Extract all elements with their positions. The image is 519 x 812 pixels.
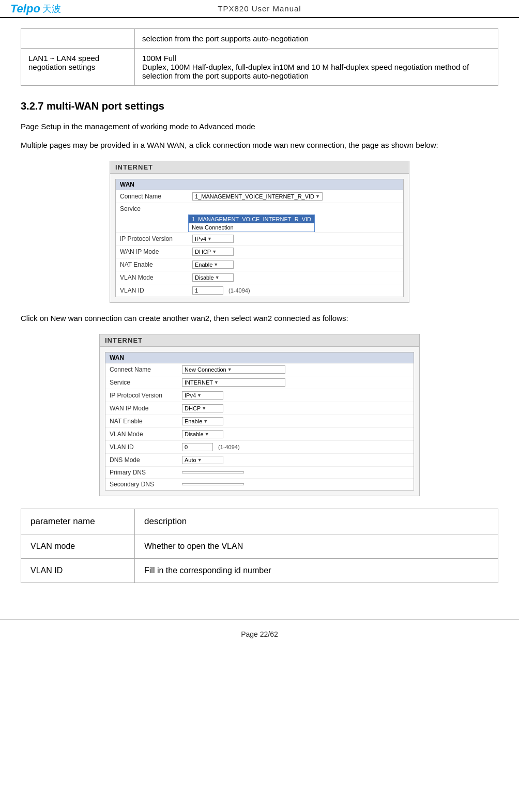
param-label-vlan-mode: VLAN mode xyxy=(21,534,135,559)
lan-speed-line2: Duplex, 100M Half-duplex, full-duplex in… xyxy=(142,63,491,80)
ss2-wan-ip-mode-arrow: ▼ xyxy=(202,406,206,411)
ss2-input-primary-dns[interactable] xyxy=(182,471,244,473)
ss1-ip-protocol-arrow: ▼ xyxy=(207,236,212,241)
screenshot-1: INTERNET WAN Connect Name 1_MANAGEMENT_V… xyxy=(110,161,409,303)
table-cell-value-2: 100M Full Duplex, 100M Half-duplex, full… xyxy=(135,49,498,86)
ss1-label-wan-ip-mode: WAN IP Mode xyxy=(120,248,192,255)
body-para-2: Multiple pages may be provided in a WAN … xyxy=(21,139,498,151)
main-content: selection from the port supports auto-ne… xyxy=(0,18,519,604)
ss2-label-vlan-id: VLAN ID xyxy=(110,443,182,451)
screenshot-2: INTERNET WAN Connect Name New Connection… xyxy=(99,334,420,496)
ss2-dropdown-nat-enable[interactable]: Enable ▼ xyxy=(182,417,223,425)
table-row: LAN1 ~ LAN4 speed negotiation settings 1… xyxy=(21,49,498,86)
param-row-vlan-id: VLAN ID Fill in the corresponding id num… xyxy=(21,559,498,583)
param-label-vlan-id: VLAN ID xyxy=(21,559,135,583)
ss1-vlan-id-range: (1-4094) xyxy=(228,287,250,294)
footer-page-number: Page 22/62 xyxy=(241,630,278,638)
page-footer: Page 22/62 xyxy=(0,619,519,649)
ss1-row-service: Service 1_MANAGEMENT_VOICE_INTERNET_R_VI… xyxy=(116,203,403,233)
ss1-value-vlan-mode[interactable]: Disable ▼ xyxy=(192,273,234,282)
ss2-value-connect-name[interactable]: New Connection ▼ xyxy=(182,365,285,374)
ss2-input-vlan-id[interactable]: 0 xyxy=(182,443,213,451)
ss1-value-ip-protocol[interactable]: IPv4 ▼ xyxy=(192,235,234,243)
ss2-dropdown-dns-mode[interactable]: Auto ▼ xyxy=(182,456,223,464)
lan-speed-line1: 100M Full xyxy=(142,54,491,63)
ss1-value-wan-ip-mode[interactable]: DHCP ▼ xyxy=(192,248,234,256)
ss1-wan-ip-mode-text: DHCP xyxy=(195,249,211,255)
ss2-label-nat-enable: NAT Enable xyxy=(110,418,182,425)
ss1-vlan-mode-text: Disable xyxy=(195,274,214,281)
ss1-dropdown-vlan-mode[interactable]: Disable ▼ xyxy=(192,273,234,282)
ss2-connect-name-arrow: ▼ xyxy=(227,367,232,372)
ss2-dropdown-wan-ip-mode[interactable]: DHCP ▼ xyxy=(182,404,223,412)
ss2-value-secondary-dns[interactable] xyxy=(182,483,244,485)
ss2-label-vlan-mode: VLAN Mode xyxy=(110,431,182,438)
ss1-label-vlan-mode: VLAN Mode xyxy=(120,274,192,281)
ss2-row-nat-enable: NAT Enable Enable ▼ xyxy=(105,415,414,428)
param-row-vlan-mode: VLAN mode Whether to open the VLAN xyxy=(21,534,498,559)
ss2-wan-ip-mode-text: DHCP xyxy=(185,405,201,411)
ss1-input-vlan-id[interactable]: 1 xyxy=(192,286,223,295)
ss2-row-vlan-mode: VLAN Mode Disable ▼ xyxy=(105,428,414,441)
table-row: selection from the port supports auto-ne… xyxy=(21,29,498,49)
page-title: TPX820 User Manual xyxy=(218,4,301,13)
ss2-row-secondary-dns: Secondary DNS xyxy=(105,479,414,490)
ss2-dropdown-service[interactable]: INTERNET ▼ xyxy=(182,378,285,387)
ss1-nat-enable-text: Enable xyxy=(195,262,212,268)
logo-cn: 天波 xyxy=(42,3,61,15)
ss2-value-vlan-mode[interactable]: Disable ▼ xyxy=(182,430,223,438)
ss2-input-secondary-dns[interactable] xyxy=(182,483,244,485)
ss2-service-arrow: ▼ xyxy=(214,380,219,385)
ss2-wan-label: WAN xyxy=(105,353,414,363)
logo-area: Telpo 天波 xyxy=(10,2,61,16)
ss1-value-nat-enable[interactable]: Enable ▼ xyxy=(192,261,234,269)
ss1-value-connect-name[interactable]: 1_MANAGEMENT_VOICE_INTERNET_R_VID ▼ xyxy=(192,192,323,201)
ss1-row-connect-name: Connect Name 1_MANAGEMENT_VOICE_INTERNET… xyxy=(116,190,403,203)
ss1-nat-enable-arrow: ▼ xyxy=(213,262,218,267)
param-header-description: description xyxy=(135,509,498,534)
ss2-row-service: Service INTERNET ▼ xyxy=(105,376,414,389)
ss1-dropdown-ip-protocol[interactable]: IPv4 ▼ xyxy=(192,235,234,243)
ss1-ip-protocol-text: IPv4 xyxy=(195,236,206,242)
ss1-connect-name-text: 1_MANAGEMENT_VOICE_INTERNET_R_VID xyxy=(195,193,314,200)
ss1-overlay-item-2[interactable]: New Connection xyxy=(189,223,314,232)
ss2-value-nat-enable[interactable]: Enable ▼ xyxy=(182,417,223,425)
ss1-wan-ip-mode-arrow: ▼ xyxy=(212,249,217,254)
ss2-value-primary-dns[interactable] xyxy=(182,471,244,473)
ss1-label-vlan-id: VLAN ID xyxy=(120,287,192,294)
ss1-row-wan-ip-mode: WAN IP Mode DHCP ▼ xyxy=(116,246,403,258)
ss2-dropdown-ip-protocol[interactable]: IPv4 ▼ xyxy=(182,391,223,400)
ss2-service-text: INTERNET xyxy=(185,379,213,386)
ss2-row-wan-ip-mode: WAN IP Mode DHCP ▼ xyxy=(105,402,414,415)
ss2-row-ip-protocol: IP Protocol Version IPv4 ▼ xyxy=(105,389,414,402)
ss2-nat-enable-text: Enable xyxy=(185,418,202,424)
ss2-nat-enable-arrow: ▼ xyxy=(203,419,208,424)
ss2-vlan-mode-arrow: ▼ xyxy=(205,432,209,437)
ss2-dropdown-connect-name[interactable]: New Connection ▼ xyxy=(182,365,285,374)
ss1-connect-name-arrow: ▼ xyxy=(315,194,320,199)
ss1-wan-section: WAN Connect Name 1_MANAGEMENT_VOICE_INTE… xyxy=(115,179,404,297)
ss2-dns-mode-arrow: ▼ xyxy=(197,457,202,463)
ss2-row-dns-mode: DNS Mode Auto ▼ xyxy=(105,454,414,467)
ss2-value-dns-mode[interactable]: Auto ▼ xyxy=(182,456,223,464)
ss2-vlan-mode-text: Disable xyxy=(185,431,204,437)
ss1-label-connect-name: Connect Name xyxy=(120,193,192,200)
ss2-value-service[interactable]: INTERNET ▼ xyxy=(182,378,285,387)
ss2-dropdown-vlan-mode[interactable]: Disable ▼ xyxy=(182,430,223,438)
ss1-dropdown-wan-ip-mode[interactable]: DHCP ▼ xyxy=(192,248,234,256)
table-cell-value-1: selection from the port supports auto-ne… xyxy=(135,29,498,49)
ss1-wan-label: WAN xyxy=(116,179,403,190)
ss2-internet-label: INTERNET xyxy=(100,334,419,347)
ss1-row-nat-enable: NAT Enable Enable ▼ xyxy=(116,258,403,271)
ss1-dropdown-connect-name[interactable]: 1_MANAGEMENT_VOICE_INTERNET_R_VID ▼ xyxy=(192,192,323,201)
ss2-ip-protocol-arrow: ▼ xyxy=(197,393,202,398)
ss1-service-dropdown-overlay[interactable]: 1_MANAGEMENT_VOICE_INTERNET_R_VID New Co… xyxy=(188,215,315,232)
ss2-value-wan-ip-mode[interactable]: DHCP ▼ xyxy=(182,404,223,412)
ss1-row-vlan-id: VLAN ID 1 (1-4094) xyxy=(116,284,403,297)
ss1-overlay-item-1[interactable]: 1_MANAGEMENT_VOICE_INTERNET_R_VID xyxy=(189,215,314,223)
ss1-dropdown-nat-enable[interactable]: Enable ▼ xyxy=(192,261,234,269)
ss2-value-ip-protocol[interactable]: IPv4 ▼ xyxy=(182,391,223,400)
ss2-wan-section: WAN Connect Name New Connection ▼ Servic… xyxy=(105,352,414,491)
ss2-dns-mode-text: Auto xyxy=(185,457,196,463)
ss2-row-primary-dns: Primary DNS xyxy=(105,467,414,479)
